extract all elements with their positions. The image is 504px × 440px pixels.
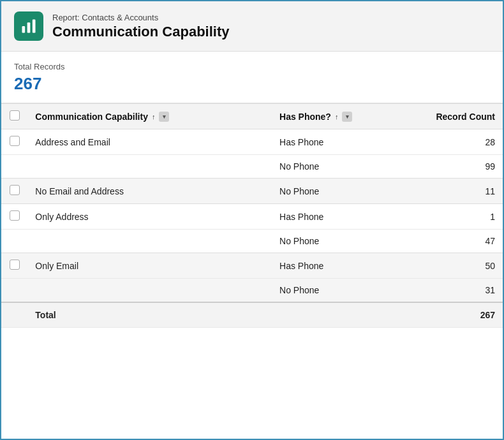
th-capability-label: Communication Capability <box>35 112 148 122</box>
table-row: No Phone99 <box>1 155 503 179</box>
capability-cell <box>27 230 272 253</box>
count-cell: 1 <box>397 204 503 230</box>
row-checkbox-cell <box>1 253 27 279</box>
count-cell: 50 <box>397 253 503 279</box>
table-row: No Phone47 <box>1 230 503 253</box>
capability-cell: Address and Email <box>27 129 272 155</box>
svg-rect-2 <box>33 20 36 33</box>
capability-cell: Only Address <box>27 204 272 230</box>
th-checkbox[interactable] <box>1 104 27 129</box>
th-capability-inner: Communication Capability ↑ ▾ <box>35 112 264 122</box>
row-checkbox[interactable] <box>10 260 20 270</box>
data-table-wrapper: Communication Capability ↑ ▾ Has Phone? … <box>1 103 503 328</box>
th-phone: Has Phone? ↑ ▾ <box>272 104 397 129</box>
phone-sort-asc-icon[interactable]: ↑ <box>335 113 339 121</box>
report-title: Communication Capability <box>52 24 229 40</box>
row-checkbox-cell <box>1 204 27 230</box>
th-capability: Communication Capability ↑ ▾ <box>27 104 272 129</box>
total-count-cell: 267 <box>397 302 503 328</box>
capability-cell <box>27 279 272 303</box>
count-cell: 31 <box>397 279 503 303</box>
row-checkbox[interactable] <box>10 136 20 146</box>
row-checkbox-cell <box>1 230 27 253</box>
phone-cell: No Phone <box>272 230 397 253</box>
row-checkbox-cell <box>1 279 27 303</box>
phone-cell: Has Phone <box>272 204 397 230</box>
table-row: No Phone31 <box>1 279 503 303</box>
table-header-row: Communication Capability ↑ ▾ Has Phone? … <box>1 104 503 129</box>
table-body: Address and EmailHas Phone28No Phone99No… <box>1 129 503 328</box>
row-checkbox[interactable] <box>10 210 20 221</box>
count-cell: 47 <box>397 230 503 253</box>
th-count: Record Count <box>397 104 503 129</box>
capability-cell: Only Email <box>27 253 272 279</box>
phone-cell: No Phone <box>272 179 397 204</box>
phone-cell: Has Phone <box>272 253 397 279</box>
count-cell: 28 <box>397 129 503 155</box>
chart-bar-icon <box>20 17 38 35</box>
row-checkbox-cell <box>1 179 27 204</box>
phone-cell: No Phone <box>272 155 397 179</box>
row-checkbox-cell <box>1 155 27 179</box>
table-row: No Email and AddressNo Phone11 <box>1 179 503 204</box>
phone-cell: Has Phone <box>272 129 397 155</box>
total-row: Total267 <box>1 302 503 328</box>
total-records-label: Total Records <box>14 62 490 71</box>
table-row: Only AddressHas Phone1 <box>1 204 503 230</box>
row-checkbox-cell <box>1 129 27 155</box>
svg-rect-0 <box>22 26 26 33</box>
th-count-inner: Record Count <box>405 112 495 122</box>
table-row: Address and EmailHas Phone28 <box>1 129 503 155</box>
report-header: Report: Contacts & Accounts Communicatio… <box>1 1 503 52</box>
total-records-section: Total Records 267 <box>1 52 503 103</box>
th-phone-label: Has Phone? <box>279 112 331 122</box>
capability-cell <box>27 155 272 179</box>
count-cell: 99 <box>397 155 503 179</box>
total-records-value: 267 <box>14 74 490 94</box>
select-all-checkbox[interactable] <box>10 110 20 121</box>
table-row: Only EmailHas Phone50 <box>1 253 503 279</box>
th-phone-inner: Has Phone? ↑ ▾ <box>279 112 390 122</box>
capability-sort-asc-icon[interactable]: ↑ <box>152 113 156 121</box>
total-label-cell: Total <box>27 302 397 328</box>
phone-sort-desc-button[interactable]: ▾ <box>342 112 352 122</box>
report-subtitle: Report: Contacts & Accounts <box>52 13 229 22</box>
total-checkbox-cell <box>1 302 27 328</box>
report-table: Communication Capability ↑ ▾ Has Phone? … <box>1 103 503 328</box>
svg-rect-1 <box>27 22 31 33</box>
capability-cell: No Email and Address <box>27 179 272 204</box>
th-count-label: Record Count <box>436 112 495 122</box>
count-cell: 11 <box>397 179 503 204</box>
row-checkbox[interactable] <box>10 185 20 195</box>
report-icon <box>14 11 43 41</box>
capability-sort-desc-button[interactable]: ▾ <box>159 112 169 122</box>
phone-cell: No Phone <box>272 279 397 303</box>
header-text-block: Report: Contacts & Accounts Communicatio… <box>52 13 229 40</box>
